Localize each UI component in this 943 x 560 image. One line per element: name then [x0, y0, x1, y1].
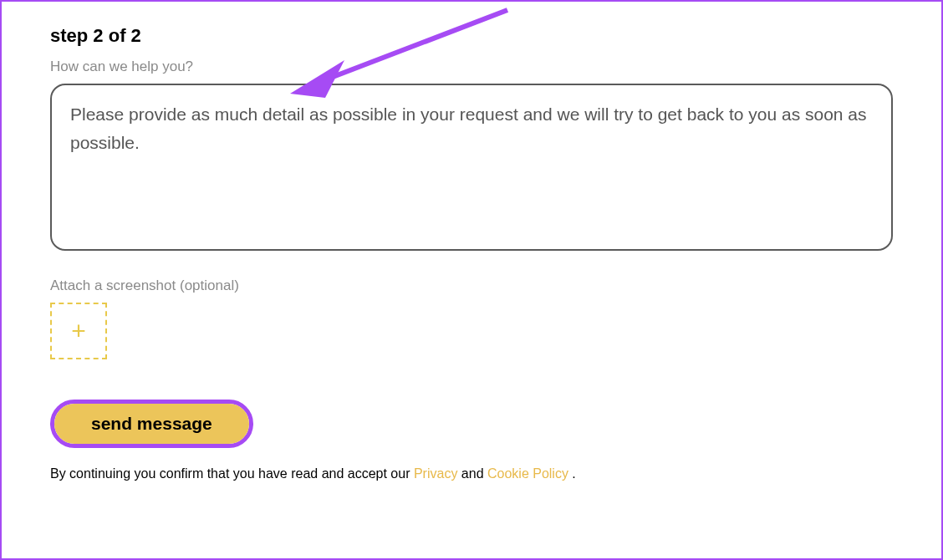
cookie-policy-link[interactable]: Cookie Policy	[487, 466, 572, 481]
form-container: step 2 of 2 How can we help you? Attach …	[0, 0, 943, 560]
attach-screenshot-button[interactable]: +	[50, 303, 107, 359]
help-label: How can we help you?	[50, 59, 893, 75]
privacy-link[interactable]: Privacy	[414, 466, 457, 481]
step-title: step 2 of 2	[50, 25, 893, 47]
message-textarea[interactable]	[50, 84, 893, 251]
send-button-highlight: send message	[50, 400, 253, 448]
disclaimer-prefix: By continuing you confirm that you have …	[50, 466, 414, 481]
attach-label: Attach a screenshot (optional)	[50, 277, 893, 294]
plus-icon: +	[71, 318, 86, 344]
send-message-button[interactable]: send message	[54, 404, 249, 444]
disclaimer-and: and	[457, 466, 487, 481]
disclaimer-text: By continuing you confirm that you have …	[50, 466, 893, 481]
disclaimer-suffix: .	[572, 466, 575, 481]
